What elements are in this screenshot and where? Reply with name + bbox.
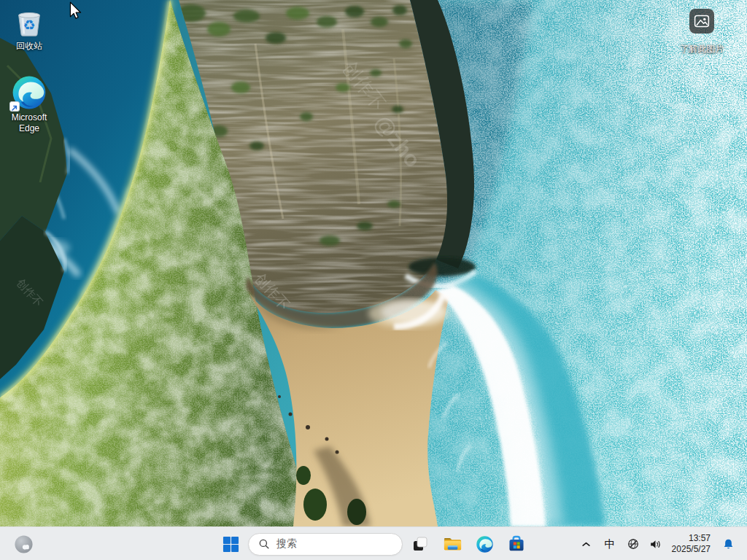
- volume-button[interactable]: [644, 529, 667, 559]
- task-view-icon: [411, 535, 429, 553]
- mouse-cursor: [69, 1, 82, 20]
- file-explorer-icon: [443, 535, 462, 553]
- bell-icon: [722, 537, 735, 551]
- desktop: 创作不 @zho 创作不 创作不 ♻ 回收站 Microsoft Edge: [0, 0, 747, 560]
- task-view-button[interactable]: [406, 529, 435, 559]
- tray-overflow-button[interactable]: [574, 529, 598, 559]
- widgets-button[interactable]: [9, 529, 38, 559]
- widgets-weather-icon: [14, 534, 34, 554]
- svg-text:♻: ♻: [23, 17, 35, 34]
- desktop-icon-label: 回收站: [1, 41, 58, 52]
- clock-time: 13:57: [689, 533, 711, 544]
- start-button[interactable]: [216, 529, 245, 559]
- edge-icon: [476, 535, 494, 553]
- ime-indicator[interactable]: 中: [598, 529, 622, 559]
- microsoft-store-icon: [507, 534, 526, 553]
- clock-date: 2025/5/27: [672, 544, 711, 555]
- globe-no-internet-icon: [627, 537, 640, 551]
- recycle-bin-icon: ♻: [12, 6, 46, 39]
- taskbar-center-group: 搜索: [216, 529, 531, 559]
- desktop-icon-microsoft-edge[interactable]: Microsoft Edge: [1, 74, 58, 134]
- windows-logo-icon: [222, 536, 239, 553]
- wallpaper-image: 创作不 @zho 创作不 创作不: [0, 0, 747, 526]
- notifications-button[interactable]: [716, 529, 741, 559]
- photo-icon: [689, 9, 714, 34]
- learn-about-picture-label: 了解此图片: [668, 43, 735, 55]
- edge-button[interactable]: [470, 529, 499, 559]
- search-box[interactable]: 搜索: [248, 533, 403, 556]
- shortcut-arrow-icon: [9, 101, 20, 112]
- taskbar: 搜索: [0, 526, 747, 560]
- search-placeholder: 搜索: [276, 537, 297, 551]
- ime-label: 中: [605, 537, 616, 551]
- chevron-up-icon: [581, 541, 591, 548]
- clock-button[interactable]: 13:57 2025/5/27: [667, 529, 716, 559]
- desktop-icon-label: Microsoft Edge: [4, 112, 55, 134]
- search-icon: [258, 538, 270, 550]
- speaker-icon: [649, 537, 662, 551]
- system-tray: 中 13:57 2025/5/27: [574, 529, 741, 559]
- file-explorer-button[interactable]: [438, 529, 467, 559]
- desktop-icon-recycle-bin[interactable]: ♻ 回收站: [1, 6, 58, 52]
- learn-about-picture-button[interactable]: 了解此图片: [668, 9, 735, 55]
- network-button[interactable]: [622, 529, 644, 559]
- store-button[interactable]: [502, 529, 531, 559]
